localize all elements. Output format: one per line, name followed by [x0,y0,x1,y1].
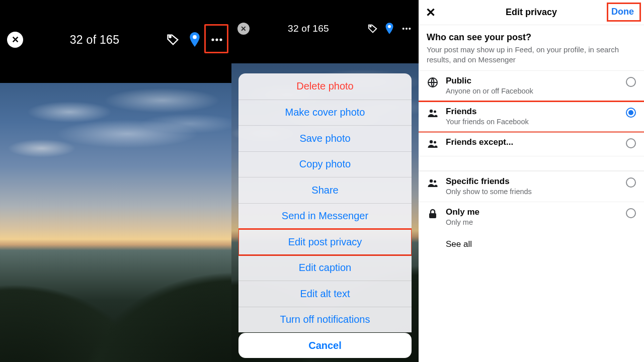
option-text: Friends except... [446,137,619,147]
sheet-item[interactable]: Copy photo [238,151,412,177]
see-all-button[interactable]: See all [419,232,644,256]
close-icon: ✕ [12,34,19,45]
sheet-item-label: Edit alt text [300,288,350,300]
option-label: Only me [446,207,619,217]
see-all-label: See all [446,239,472,249]
photo-viewer-pane-2: ✕ 32 of 165 Delete photoMake cover photo… [231,0,419,362]
edit-privacy-pane: ✕ Edit privacy Done Who can see your pos… [419,0,644,362]
photo[interactable] [0,83,231,362]
option-label: Public [446,76,619,86]
highlight-edit-post-privacy [238,228,412,256]
svg-point-1 [193,35,197,39]
sheet-item-label: Delete photo [296,80,353,92]
action-sheet: Delete photoMake cover photoSave photoCo… [238,73,412,332]
option-description: Only me [446,218,619,226]
svg-point-16 [434,180,436,183]
sheet-item-label: Make cover photo [285,107,365,118]
tag-icon[interactable] [166,33,180,47]
sheet-item[interactable]: Share [238,177,412,203]
svg-point-14 [434,141,436,143]
photo-counter: 32 of 165 [23,33,166,47]
photo-viewer-pane-1: ✕ 32 of 165 [0,0,231,362]
svg-point-0 [170,36,171,38]
radio-button[interactable] [626,208,636,218]
svg-point-5 [370,26,371,27]
sheet-item[interactable]: Make cover photo [238,100,412,126]
section-heading: Who can see your post? [427,32,636,43]
close-button[interactable]: ✕ [7,32,23,48]
privacy-option[interactable]: Only meOnly me [419,202,644,232]
privacy-option[interactable]: FriendsYour friends on Facebook [419,101,644,132]
radio-button[interactable] [626,138,636,148]
sheet-item-label: Edit caption [299,262,352,274]
location-pin-icon[interactable] [188,32,201,47]
globe-icon [427,76,439,88]
option-label: Friends except... [446,137,619,147]
friends-except-icon [427,138,439,150]
close-button[interactable]: ✕ [237,23,250,35]
specific-icon [427,177,439,189]
options-divider [419,156,644,171]
close-icon: ✕ [240,25,247,33]
radio-button[interactable] [626,177,636,188]
sheet-item-label: Copy photo [299,158,351,170]
sheet-item[interactable]: Edit caption [238,255,412,281]
topbar-icons [367,23,413,35]
sheet-item[interactable]: Delete photo [238,73,412,100]
lock-icon [427,208,439,220]
sheet-item-label: Share [311,185,338,196]
option-description: Anyone on or off Facebook [446,87,619,95]
svg-point-8 [406,28,408,30]
location-pin-icon[interactable] [384,23,394,35]
svg-point-6 [388,25,391,28]
option-label: Specific friends [446,176,619,187]
more-icon[interactable] [400,23,413,34]
sheet-item-label: Send in Messenger [282,210,368,222]
tag-icon[interactable] [367,23,378,34]
highlight-more-button [204,24,228,53]
privacy-header: ✕ Edit privacy Done [419,0,644,25]
privacy-option[interactable]: PublicAnyone on or off Facebook [419,70,644,101]
svg-point-13 [430,140,433,143]
option-text: Only meOnly me [446,207,619,226]
section-description: Your post may show up in Feed, on your p… [427,45,636,65]
option-description: Only show to some friends [446,188,619,196]
svg-point-7 [403,28,405,30]
close-icon: ✕ [426,6,436,19]
cancel-button[interactable]: Cancel [238,333,412,358]
svg-point-9 [409,28,411,30]
sheet-item[interactable]: Edit alt text [238,281,412,307]
privacy-option[interactable]: Friends except... [419,132,644,156]
viewer-topbar: ✕ 32 of 165 [0,26,231,53]
radio-button[interactable] [626,77,636,87]
close-button[interactable]: ✕ [426,6,436,20]
option-text: Specific friendsOnly show to some friend… [446,176,619,196]
sheet-item[interactable]: Edit post privacy [238,229,412,255]
highlight-done-button [607,3,641,22]
svg-point-15 [430,179,433,182]
cancel-label: Cancel [308,340,342,351]
sheet-item-label: Turn off notifications [280,314,370,325]
sheet-item[interactable]: Turn off notifications [238,307,412,333]
option-text: PublicAnyone on or off Facebook [446,76,619,95]
sheet-item[interactable]: Send in Messenger [238,203,412,229]
privacy-intro: Who can see your post? Your post may sho… [419,25,644,70]
privacy-option[interactable]: Specific friendsOnly show to some friend… [419,171,644,202]
highlight-friends-option [419,101,644,133]
photo-counter: 32 of 165 [250,23,367,34]
svg-rect-17 [429,213,436,218]
viewer-topbar: ✕ 32 of 165 [231,18,419,39]
sheet-item[interactable]: Save photo [238,125,412,151]
sheet-item-label: Save photo [299,133,350,144]
